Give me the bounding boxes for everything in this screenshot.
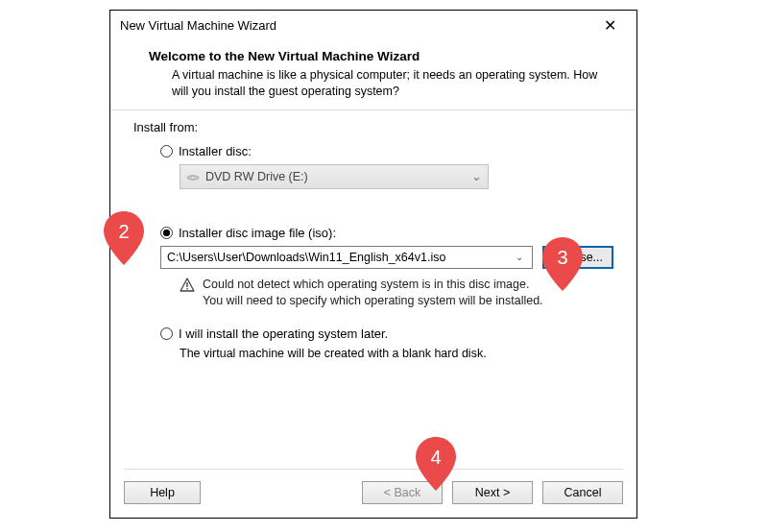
back-button: < Back <box>362 481 443 504</box>
titlebar: New Virtual Machine Wizard ✕ <box>110 11 636 39</box>
cancel-button[interactable]: Cancel <box>542 481 623 504</box>
warning-line-2: You will need to specify which operating… <box>203 293 543 309</box>
warning-line-1: Could not detect which operating system … <box>203 277 543 293</box>
wizard-header: Welcome to the New Virtual Machine Wizar… <box>110 39 636 110</box>
iso-path-input[interactable]: C:\Users\User\Downloads\Win11_English_x6… <box>160 246 533 269</box>
iso-warning: Could not detect which operating system … <box>180 277 613 309</box>
radio-icon <box>160 327 173 340</box>
option-iso: Installer disc image file (iso): C:\User… <box>160 226 613 309</box>
window-title: New Virtual Machine Wizard <box>120 18 276 33</box>
radio-later[interactable]: I will install the operating system late… <box>160 326 613 341</box>
svg-rect-3 <box>186 282 187 287</box>
svg-rect-4 <box>186 288 187 290</box>
next-button[interactable]: Next > <box>452 481 533 504</box>
wizard-subtext: A virtual machine is like a physical com… <box>149 67 598 100</box>
chevron-down-icon: ⌄ <box>471 169 482 183</box>
radio-iso[interactable]: Installer disc image file (iso): <box>160 226 613 240</box>
wizard-dialog: New Virtual Machine Wizard ✕ Welcome to … <box>109 10 637 519</box>
warning-icon <box>180 278 195 293</box>
install-from-label: Install from: <box>133 120 613 134</box>
wizard-body: Install from: Installer disc: DVD RW Dri… <box>110 110 636 469</box>
chevron-down-icon: ⌄ <box>511 252 528 262</box>
help-button[interactable]: Help <box>124 481 201 504</box>
wizard-heading: Welcome to the New Virtual Machine Wizar… <box>149 49 598 63</box>
option-installer-disc: Installer disc: DVD RW Drive (E:) ⌄ <box>160 144 613 189</box>
radio-label: I will install the operating system late… <box>179 326 388 341</box>
radio-icon <box>160 145 173 157</box>
radio-icon <box>160 227 173 239</box>
radio-label: Installer disc: <box>179 144 252 158</box>
disc-drive-icon <box>186 172 200 181</box>
radio-label: Installer disc image file (iso): <box>179 226 336 240</box>
svg-point-1 <box>192 177 195 178</box>
iso-path-text: C:\Users\User\Downloads\Win11_English_x6… <box>167 251 445 264</box>
option-later: I will install the operating system late… <box>160 326 613 360</box>
drive-select[interactable]: DVD RW Drive (E:) ⌄ <box>180 164 489 189</box>
radio-installer-disc[interactable]: Installer disc: <box>160 144 613 158</box>
button-row: Help < Back Next > Cancel <box>110 470 636 518</box>
later-note: The virtual machine will be created with… <box>180 347 613 360</box>
drive-select-text: DVD RW Drive (E:) <box>205 170 308 183</box>
close-icon[interactable]: ✕ <box>590 12 629 38</box>
browse-button[interactable]: Browse... <box>542 246 613 269</box>
